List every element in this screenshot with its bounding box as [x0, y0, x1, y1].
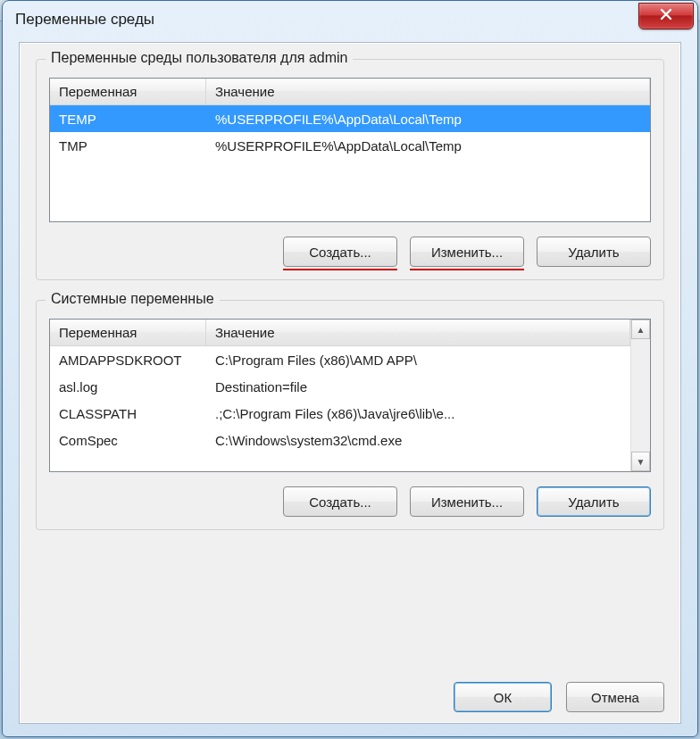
- chevron-up-icon: ▲: [637, 325, 646, 335]
- user-delete-button[interactable]: Удалить: [537, 237, 651, 267]
- close-button[interactable]: [638, 3, 694, 29]
- user-button-row: Создать... Изменить... Удалить: [49, 237, 651, 267]
- system-variables-list[interactable]: Переменная Значение AMDAPPSDKROOT C:\Pro…: [49, 319, 651, 472]
- table-row[interactable]: TEMP %USERPROFILE%\AppData\Local\Temp: [50, 105, 650, 132]
- user-variables-list[interactable]: Переменная Значение TEMP %USERPROFILE%\A…: [49, 78, 651, 222]
- cell-value: Destination=file: [206, 379, 630, 394]
- scroll-up-button[interactable]: ▲: [631, 320, 650, 339]
- highlight-marker: Изменить...: [410, 237, 524, 267]
- column-header-value[interactable]: Значение: [206, 79, 650, 104]
- user-variables-group: Переменные среды пользователя для admin …: [36, 59, 664, 280]
- cancel-button[interactable]: Отмена: [566, 682, 664, 712]
- dialog-client-area: Переменные среды пользователя для admin …: [19, 42, 681, 724]
- system-group-label: Системные переменные: [46, 291, 220, 307]
- environment-variables-dialog: Переменные среды Переменные среды пользо…: [2, 0, 698, 737]
- table-row[interactable]: ComSpec C:\Windows\system32\cmd.exe: [50, 427, 630, 453]
- user-new-button[interactable]: Создать...: [283, 237, 397, 267]
- column-header-value[interactable]: Значение: [206, 320, 630, 345]
- cell-name: ComSpec: [50, 433, 206, 448]
- system-list-body: AMDAPPSDKROOT C:\Program Files (x86)\AMD…: [50, 346, 630, 471]
- system-list-header: Переменная Значение: [50, 320, 650, 346]
- cell-value: %USERPROFILE%\AppData\Local\Temp: [206, 138, 650, 154]
- vertical-scrollbar[interactable]: ▲ ▼: [630, 320, 650, 471]
- system-delete-button[interactable]: Удалить: [537, 486, 651, 517]
- cell-name: asl.log: [50, 379, 206, 394]
- scroll-down-button[interactable]: ▼: [631, 452, 650, 471]
- ok-button[interactable]: ОК: [454, 682, 552, 712]
- system-new-button[interactable]: Создать...: [283, 486, 397, 517]
- chevron-down-icon: ▼: [637, 457, 646, 467]
- cell-value: %USERPROFILE%\AppData\Local\Temp: [206, 112, 650, 127]
- scroll-track[interactable]: [631, 339, 650, 452]
- close-icon: [659, 7, 673, 26]
- cell-name: CLASSPATH: [50, 406, 206, 421]
- cell-value: .;C:\Program Files (x86)\Java\jre6\lib\e…: [206, 406, 630, 421]
- cell-name: AMDAPPSDKROOT: [50, 353, 206, 368]
- user-list-header: Переменная Значение: [50, 79, 650, 105]
- table-row[interactable]: CLASSPATH .;C:\Program Files (x86)\Java\…: [50, 400, 630, 427]
- cell-name: TMP: [50, 138, 206, 154]
- system-variables-group: Системные переменные Переменная Значение…: [36, 300, 664, 530]
- system-edit-button[interactable]: Изменить...: [410, 486, 524, 517]
- user-list-body: TEMP %USERPROFILE%\AppData\Local\Temp TM…: [50, 105, 650, 221]
- table-row[interactable]: TMP %USERPROFILE%\AppData\Local\Temp: [50, 132, 650, 159]
- cell-name: TEMP: [50, 112, 206, 127]
- table-row[interactable]: asl.log Destination=file: [50, 373, 630, 400]
- highlight-marker: Создать...: [283, 237, 397, 267]
- column-header-name[interactable]: Переменная: [50, 320, 206, 345]
- system-button-row: Создать... Изменить... Удалить: [49, 486, 651, 517]
- window-title: Переменные среды: [15, 11, 154, 29]
- cell-value: C:\Program Files (x86)\AMD APP\: [206, 353, 630, 368]
- column-header-name[interactable]: Переменная: [50, 79, 206, 104]
- dialog-footer: ОК Отмена: [454, 682, 664, 712]
- user-edit-button[interactable]: Изменить...: [410, 237, 524, 267]
- table-row[interactable]: AMDAPPSDKROOT C:\Program Files (x86)\AMD…: [50, 346, 630, 373]
- user-group-label: Переменные среды пользователя для admin: [46, 50, 353, 66]
- titlebar[interactable]: Переменные среды: [3, 1, 697, 38]
- cell-value: C:\Windows\system32\cmd.exe: [206, 433, 630, 448]
